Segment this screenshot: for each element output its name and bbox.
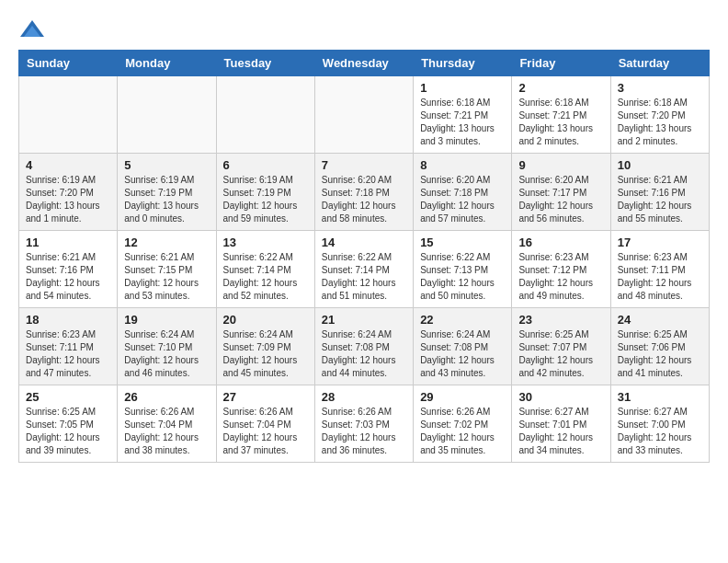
day-number: 22 (420, 313, 505, 327)
week-row-3: 11Sunrise: 6:21 AM Sunset: 7:16 PM Dayli… (19, 231, 710, 308)
day-number: 6 (223, 158, 308, 172)
day-info: Sunrise: 6:18 AM Sunset: 7:21 PM Dayligh… (420, 97, 505, 148)
day-number: 11 (26, 236, 110, 249)
day-number: 12 (124, 236, 209, 249)
empty-cell (216, 76, 314, 154)
day-number: 17 (618, 236, 702, 249)
day-number: 24 (618, 313, 702, 327)
day-info: Sunrise: 6:24 AM Sunset: 7:08 PM Dayligh… (322, 328, 406, 380)
logo-icon (18, 18, 46, 40)
day-cell-4: 4Sunrise: 6:19 AM Sunset: 7:20 PM Daylig… (19, 154, 118, 231)
day-number: 13 (223, 236, 308, 249)
weekday-header-friday: Friday (512, 51, 610, 76)
day-cell-14: 14Sunrise: 6:22 AM Sunset: 7:14 PM Dayli… (314, 231, 413, 308)
day-info: Sunrise: 6:21 AM Sunset: 7:16 PM Dayligh… (26, 251, 110, 303)
day-info: Sunrise: 6:25 AM Sunset: 7:06 PM Dayligh… (618, 328, 702, 380)
day-cell-8: 8Sunrise: 6:20 AM Sunset: 7:18 PM Daylig… (414, 154, 512, 231)
day-info: Sunrise: 6:25 AM Sunset: 7:07 PM Dayligh… (518, 328, 603, 380)
day-cell-20: 20Sunrise: 6:24 AM Sunset: 7:09 PM Dayli… (216, 308, 314, 385)
day-info: Sunrise: 6:26 AM Sunset: 7:03 PM Dayligh… (322, 406, 406, 457)
day-info: Sunrise: 6:21 AM Sunset: 7:15 PM Dayligh… (124, 251, 209, 303)
day-info: Sunrise: 6:26 AM Sunset: 7:04 PM Dayligh… (223, 406, 308, 457)
day-number: 26 (124, 390, 209, 404)
day-number: 15 (420, 236, 505, 249)
day-info: Sunrise: 6:18 AM Sunset: 7:20 PM Dayligh… (618, 97, 702, 148)
day-number: 16 (518, 236, 603, 249)
day-number: 4 (26, 158, 110, 172)
day-info: Sunrise: 6:26 AM Sunset: 7:04 PM Dayligh… (124, 406, 209, 457)
day-info: Sunrise: 6:23 AM Sunset: 7:11 PM Dayligh… (26, 328, 110, 380)
week-row-4: 18Sunrise: 6:23 AM Sunset: 7:11 PM Dayli… (19, 308, 710, 385)
day-info: Sunrise: 6:22 AM Sunset: 7:14 PM Dayligh… (322, 251, 406, 303)
day-cell-28: 28Sunrise: 6:26 AM Sunset: 7:03 PM Dayli… (314, 385, 413, 463)
day-number: 25 (26, 390, 110, 404)
day-info: Sunrise: 6:20 AM Sunset: 7:18 PM Dayligh… (322, 174, 406, 225)
day-cell-16: 16Sunrise: 6:23 AM Sunset: 7:12 PM Dayli… (512, 231, 610, 308)
day-number: 21 (322, 313, 406, 327)
day-number: 31 (618, 390, 702, 404)
day-cell-19: 19Sunrise: 6:24 AM Sunset: 7:10 PM Dayli… (118, 308, 216, 385)
day-number: 18 (26, 313, 110, 327)
day-info: Sunrise: 6:19 AM Sunset: 7:19 PM Dayligh… (124, 174, 209, 225)
day-cell-3: 3Sunrise: 6:18 AM Sunset: 7:20 PM Daylig… (610, 76, 709, 154)
calendar: SundayMondayTuesdayWednesdayThursdayFrid… (18, 50, 710, 463)
week-row-2: 4Sunrise: 6:19 AM Sunset: 7:20 PM Daylig… (19, 154, 710, 231)
day-cell-10: 10Sunrise: 6:21 AM Sunset: 7:16 PM Dayli… (610, 154, 709, 231)
day-info: Sunrise: 6:24 AM Sunset: 7:09 PM Dayligh… (223, 328, 308, 380)
day-number: 7 (322, 158, 406, 172)
day-cell-11: 11Sunrise: 6:21 AM Sunset: 7:16 PM Dayli… (19, 231, 118, 308)
day-cell-18: 18Sunrise: 6:23 AM Sunset: 7:11 PM Dayli… (19, 308, 118, 385)
weekday-header-sunday: Sunday (19, 51, 118, 76)
week-row-1: 1Sunrise: 6:18 AM Sunset: 7:21 PM Daylig… (19, 76, 710, 154)
day-cell-25: 25Sunrise: 6:25 AM Sunset: 7:05 PM Dayli… (19, 385, 118, 463)
day-number: 10 (618, 158, 702, 172)
day-cell-26: 26Sunrise: 6:26 AM Sunset: 7:04 PM Dayli… (118, 385, 216, 463)
weekday-header-row: SundayMondayTuesdayWednesdayThursdayFrid… (19, 51, 710, 76)
weekday-header-tuesday: Tuesday (216, 51, 314, 76)
day-number: 28 (322, 390, 406, 404)
day-cell-24: 24Sunrise: 6:25 AM Sunset: 7:06 PM Dayli… (610, 308, 709, 385)
day-info: Sunrise: 6:18 AM Sunset: 7:21 PM Dayligh… (518, 97, 603, 148)
day-info: Sunrise: 6:27 AM Sunset: 7:01 PM Dayligh… (518, 406, 603, 457)
day-number: 1 (420, 81, 505, 95)
weekday-header-saturday: Saturday (610, 51, 709, 76)
day-cell-22: 22Sunrise: 6:24 AM Sunset: 7:08 PM Dayli… (414, 308, 512, 385)
day-info: Sunrise: 6:19 AM Sunset: 7:20 PM Dayligh… (26, 174, 110, 225)
day-number: 2 (518, 81, 603, 95)
day-info: Sunrise: 6:19 AM Sunset: 7:19 PM Dayligh… (223, 174, 308, 225)
day-number: 19 (124, 313, 209, 327)
day-cell-6: 6Sunrise: 6:19 AM Sunset: 7:19 PM Daylig… (216, 154, 314, 231)
day-number: 27 (223, 390, 308, 404)
day-number: 20 (223, 313, 308, 327)
day-cell-1: 1Sunrise: 6:18 AM Sunset: 7:21 PM Daylig… (414, 76, 512, 154)
day-info: Sunrise: 6:25 AM Sunset: 7:05 PM Dayligh… (26, 406, 110, 457)
day-cell-9: 9Sunrise: 6:20 AM Sunset: 7:17 PM Daylig… (512, 154, 610, 231)
day-info: Sunrise: 6:23 AM Sunset: 7:11 PM Dayligh… (618, 251, 702, 303)
day-info: Sunrise: 6:21 AM Sunset: 7:16 PM Dayligh… (618, 174, 702, 225)
day-number: 8 (420, 158, 505, 172)
day-number: 23 (518, 313, 603, 327)
logo (18, 18, 50, 40)
day-cell-13: 13Sunrise: 6:22 AM Sunset: 7:14 PM Dayli… (216, 231, 314, 308)
day-cell-17: 17Sunrise: 6:23 AM Sunset: 7:11 PM Dayli… (610, 231, 709, 308)
empty-cell (314, 76, 413, 154)
weekday-header-thursday: Thursday (414, 51, 512, 76)
day-cell-31: 31Sunrise: 6:27 AM Sunset: 7:00 PM Dayli… (610, 385, 709, 463)
day-info: Sunrise: 6:24 AM Sunset: 7:08 PM Dayligh… (420, 328, 505, 380)
day-cell-30: 30Sunrise: 6:27 AM Sunset: 7:01 PM Dayli… (512, 385, 610, 463)
day-cell-2: 2Sunrise: 6:18 AM Sunset: 7:21 PM Daylig… (512, 76, 610, 154)
day-number: 9 (518, 158, 603, 172)
weekday-header-monday: Monday (118, 51, 216, 76)
week-row-5: 25Sunrise: 6:25 AM Sunset: 7:05 PM Dayli… (19, 385, 710, 463)
day-number: 29 (420, 390, 505, 404)
day-cell-21: 21Sunrise: 6:24 AM Sunset: 7:08 PM Dayli… (314, 308, 413, 385)
day-info: Sunrise: 6:26 AM Sunset: 7:02 PM Dayligh… (420, 406, 505, 457)
day-number: 30 (518, 390, 603, 404)
day-cell-5: 5Sunrise: 6:19 AM Sunset: 7:19 PM Daylig… (118, 154, 216, 231)
day-number: 3 (618, 81, 702, 95)
empty-cell (118, 76, 216, 154)
day-number: 14 (322, 236, 406, 249)
day-info: Sunrise: 6:27 AM Sunset: 7:00 PM Dayligh… (618, 406, 702, 457)
page-header (18, 18, 710, 40)
day-cell-29: 29Sunrise: 6:26 AM Sunset: 7:02 PM Dayli… (414, 385, 512, 463)
